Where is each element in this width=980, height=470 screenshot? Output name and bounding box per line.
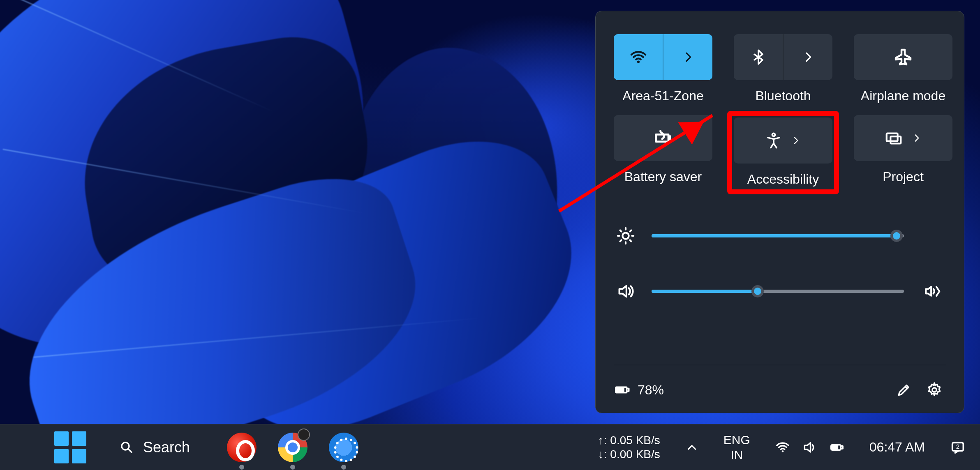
taskbar-search[interactable]: Search <box>108 431 210 464</box>
chevron-right-icon <box>681 50 695 64</box>
project-icon <box>884 129 903 147</box>
search-placeholder: Search <box>143 439 190 456</box>
net-down-text: ↓: 0.00 KB/s <box>598 447 660 461</box>
bluetooth-expand[interactable] <box>784 34 832 80</box>
battery-icon <box>614 382 630 398</box>
quick-settings-panel: Area-51-Zone Bluetooth Airplane mode <box>595 11 964 413</box>
svg-point-8 <box>122 442 129 450</box>
brightness-slider-row <box>616 226 943 245</box>
svg-text:2: 2 <box>956 443 959 450</box>
volume-icon <box>616 282 635 301</box>
gear-icon <box>926 382 943 398</box>
accessibility-label: Accessibility <box>747 172 819 187</box>
bluetooth-toggle[interactable] <box>734 34 783 80</box>
bluetooth-icon <box>750 49 767 65</box>
battery-saver-label: Battery saver <box>624 169 702 184</box>
chrome-app-icon[interactable] <box>278 433 307 462</box>
wifi-toggle[interactable] <box>614 34 663 80</box>
svg-rect-6 <box>616 387 624 392</box>
project-label: Project <box>883 169 924 184</box>
settings-app-icon[interactable] <box>329 433 358 462</box>
settings-button[interactable] <box>923 378 946 401</box>
volume-slider-row <box>616 280 943 303</box>
lang-primary: ENG <box>723 433 750 447</box>
language-indicator[interactable]: ENG IN <box>723 433 750 462</box>
wifi-icon <box>629 48 648 67</box>
svg-rect-11 <box>831 445 838 450</box>
opera-app-icon[interactable] <box>227 433 257 462</box>
bluetooth-label: Bluetooth <box>755 88 811 104</box>
svg-rect-3 <box>890 136 901 143</box>
start-button[interactable] <box>54 431 86 463</box>
net-up-text: ↑: 0.05 KB/s <box>598 433 660 447</box>
airplane-label: Airplane mode <box>861 88 945 104</box>
audio-output-icon <box>923 282 941 300</box>
bluetooth-tile[interactable] <box>734 34 832 80</box>
wifi-icon <box>775 440 790 455</box>
chevron-right-icon <box>790 135 801 146</box>
audio-output-button[interactable] <box>920 280 943 303</box>
accessibility-icon <box>765 132 782 149</box>
clock[interactable]: 06:47 AM <box>869 440 925 455</box>
chevron-right-icon <box>911 133 922 143</box>
project-tile[interactable] <box>854 115 952 161</box>
wifi-tile[interactable] <box>614 34 712 80</box>
svg-point-1 <box>772 134 775 136</box>
volume-icon <box>802 440 818 455</box>
pencil-icon <box>896 382 912 398</box>
battery-percent-text: 78% <box>638 382 664 398</box>
svg-point-0 <box>637 60 639 63</box>
svg-point-7 <box>932 388 936 392</box>
battery-icon <box>829 440 845 455</box>
volume-slider[interactable] <box>652 290 904 293</box>
accessibility-highlight: Accessibility <box>727 111 839 194</box>
chevron-right-icon <box>801 50 815 64</box>
system-tray[interactable] <box>775 440 845 455</box>
search-icon <box>119 440 134 455</box>
brightness-icon <box>616 226 635 245</box>
airplane-mode-tile[interactable] <box>854 34 952 80</box>
lang-secondary: IN <box>730 447 743 462</box>
wifi-label: Area-51-Zone <box>622 88 703 104</box>
network-speed-indicator: ↑: 0.05 KB/s ↓: 0.00 KB/s <box>598 433 660 461</box>
accessibility-tile[interactable] <box>734 118 832 164</box>
airplane-icon <box>893 47 913 67</box>
brightness-slider[interactable] <box>652 234 904 237</box>
svg-point-9 <box>781 450 784 452</box>
svg-point-4 <box>622 233 629 239</box>
wifi-expand[interactable] <box>663 34 712 80</box>
notification-icon[interactable]: 2 <box>950 439 966 456</box>
edit-quick-settings-button[interactable] <box>892 378 915 401</box>
chevron-up-icon[interactable] <box>685 440 699 454</box>
taskbar: Search ↑: 0.05 KB/s ↓: 0.00 KB/s ENG IN … <box>0 424 980 470</box>
